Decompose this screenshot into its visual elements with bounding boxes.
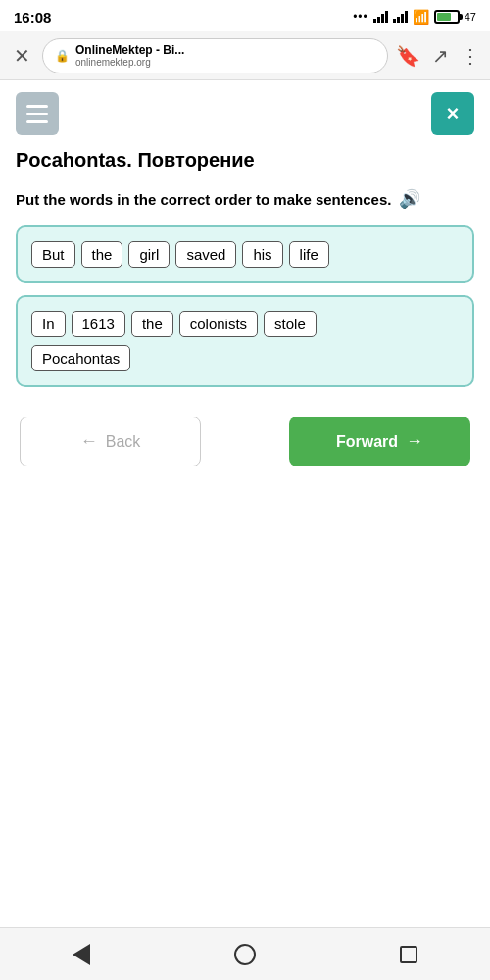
word-tag[interactable]: In — [31, 311, 66, 337]
url-bar[interactable]: 🔒 OnlineMektep - Bi... onlinemektep.org — [42, 38, 388, 74]
status-bar: 16:08 ••• 📶 47 — [0, 0, 490, 31]
back-nav-button[interactable] — [73, 944, 90, 965]
word-tag[interactable]: colonists — [179, 311, 258, 337]
more-icon[interactable]: ⋮ — [461, 44, 480, 68]
site-title: OnlineMektep - Bi... — [75, 43, 184, 57]
battery-icon — [434, 10, 460, 24]
url-text: OnlineMektep - Bi... onlinemektep.org — [75, 43, 184, 68]
status-icons: ••• 📶 47 — [353, 9, 476, 24]
hamburger-line-2 — [26, 113, 48, 116]
main-content: × Pocahontas. Повторение Put the words i… — [0, 80, 490, 478]
forward-arrow-icon: → — [406, 431, 423, 452]
wifi-icon: 📶 — [413, 9, 429, 24]
word-tag[interactable]: the — [131, 311, 173, 337]
word-tag[interactable]: Pocahontas — [31, 345, 130, 371]
close-x-button[interactable]: × — [431, 92, 474, 135]
instruction-label: Put the words in the correct order to ma… — [16, 189, 391, 210]
signal-dots-icon: ••• — [353, 10, 368, 24]
bottom-nav-bar — [0, 927, 490, 980]
home-circle-icon — [234, 944, 256, 965]
instruction-text: Put the words in the correct order to ma… — [16, 187, 474, 212]
hamburger-line-3 — [26, 120, 48, 122]
status-time: 16:08 — [14, 9, 51, 25]
site-domain: onlinemektep.org — [75, 57, 184, 68]
word-tag[interactable]: his — [242, 241, 282, 268]
word-row-1: But the girl saved his life — [31, 241, 459, 268]
recents-square-icon — [400, 946, 417, 963]
forward-button[interactable]: Forward → — [289, 416, 470, 466]
recents-nav-button[interactable] — [400, 946, 417, 963]
hamburger-line-1 — [26, 105, 48, 108]
home-nav-button[interactable] — [234, 944, 256, 965]
browser-bar: ✕ 🔒 OnlineMektep - Bi... onlinemektep.or… — [0, 31, 490, 80]
back-triangle-icon — [73, 944, 90, 965]
nav-buttons: ← Back Forward → — [16, 416, 474, 466]
browser-actions: 🔖 ↗ ⋮ — [396, 44, 480, 68]
word-tag[interactable]: girl — [128, 241, 170, 268]
signal-bar-icon-2 — [393, 11, 408, 23]
forward-label: Forward — [336, 433, 398, 451]
sentence-box-1: But the girl saved his life — [16, 225, 474, 283]
page-title: Pocahontas. Повторение — [16, 149, 474, 172]
word-tag[interactable]: 1613 — [72, 311, 125, 337]
word-tag[interactable]: the — [81, 241, 123, 268]
signal-bar-icon — [373, 11, 388, 23]
back-label: Back — [106, 433, 141, 451]
word-tag[interactable]: stole — [264, 311, 317, 337]
bookmark-icon[interactable]: 🔖 — [396, 44, 420, 68]
close-x-icon: × — [447, 101, 460, 126]
lock-icon: 🔒 — [55, 49, 70, 63]
back-arrow-icon: ← — [80, 431, 98, 452]
share-icon[interactable]: ↗ — [432, 44, 449, 68]
word-tag[interactable]: life — [289, 241, 329, 268]
top-buttons-row: × — [16, 92, 474, 135]
hamburger-menu-button[interactable] — [16, 92, 59, 135]
sentence-box-2: In 1613 the colonists stole Pocahontas — [16, 295, 474, 387]
word-tag[interactable]: saved — [175, 241, 236, 268]
word-row-2a: In 1613 the colonists stole — [31, 311, 459, 337]
battery-level: 47 — [465, 11, 476, 23]
back-button[interactable]: ← Back — [20, 416, 201, 466]
word-row-2b: Pocahontas — [31, 345, 459, 371]
browser-close-button[interactable]: ✕ — [10, 40, 34, 72]
word-tag[interactable]: But — [31, 241, 75, 268]
audio-icon[interactable]: 🔊 — [399, 187, 420, 212]
